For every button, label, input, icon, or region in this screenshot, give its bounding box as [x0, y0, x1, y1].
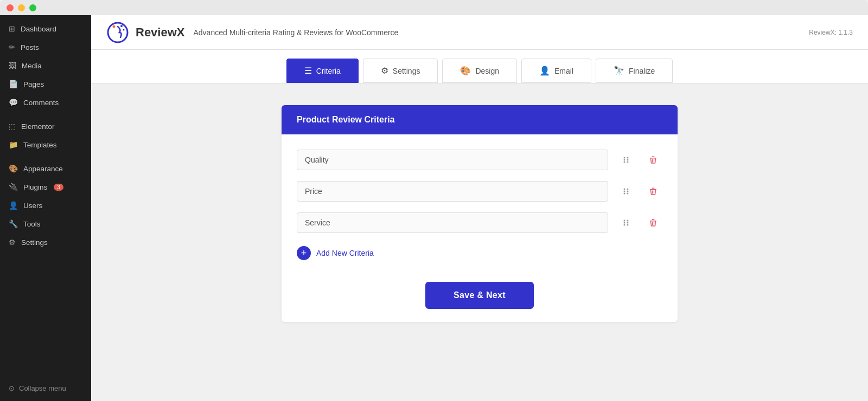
svg-point-29	[627, 224, 629, 226]
settings-tab-icon: ⚙	[381, 66, 388, 76]
brand-tagline: Advanced Multi-criteria Rating & Reviews…	[194, 28, 399, 37]
sidebar-label-users: Users	[23, 202, 42, 210]
finalize-tab-label: Finalize	[629, 67, 655, 75]
email-tab-label: Email	[554, 67, 573, 75]
sidebar-label-templates: Templates	[23, 141, 57, 149]
svg-point-17	[627, 191, 629, 192]
criteria-input-price[interactable]	[297, 181, 608, 202]
svg-point-19	[627, 193, 629, 195]
criteria-delete-price[interactable]	[644, 182, 662, 200]
tab-email[interactable]: 👤Email	[521, 59, 591, 83]
tab-finalize[interactable]: 🔭Finalize	[596, 59, 673, 83]
svg-point-0	[108, 23, 127, 42]
criteria-body: + Add New Criteria Save & Next	[282, 134, 678, 322]
svg-point-15	[627, 189, 629, 190]
sidebar-item-media[interactable]: 🖼Media	[0, 56, 91, 75]
sidebar-label-posts: Posts	[21, 43, 39, 51]
add-criteria-circle-icon: +	[297, 246, 311, 260]
tab-design[interactable]: 🎨Design	[442, 59, 517, 83]
plugins-badge: 3	[54, 184, 63, 191]
criteria-card-header: Product Review Criteria	[282, 105, 678, 134]
brand-name: ReviewX	[136, 25, 185, 40]
settings-tab-label: Settings	[393, 67, 420, 75]
app-wrapper: ⊞Dashboard✏Posts🖼Media📄Pages💬Comments⬚El…	[0, 15, 868, 401]
tab-criteria[interactable]: ☰Criteria	[286, 59, 359, 83]
design-tab-label: Design	[475, 67, 499, 75]
tab-settings[interactable]: ⚙Settings	[363, 59, 438, 83]
sidebar-label-media: Media	[22, 62, 42, 70]
add-criteria-button[interactable]: + Add New Criteria	[297, 244, 662, 262]
brand: ReviewX Advanced Multi-criteria Rating &…	[106, 21, 398, 44]
criteria-move-quality[interactable]	[617, 151, 635, 169]
appearance-icon: 🎨	[9, 164, 18, 173]
window-close-btn[interactable]	[7, 4, 14, 11]
svg-point-3	[123, 29, 125, 30]
elementor-icon: ⬚	[9, 122, 16, 131]
svg-rect-11	[652, 157, 655, 158]
criteria-input-service[interactable]	[297, 212, 608, 233]
sidebar-label-pages: Pages	[23, 80, 44, 88]
users-icon: 👤	[9, 201, 18, 210]
tools-icon: 🔧	[9, 219, 18, 228]
svg-point-26	[624, 222, 626, 224]
sidebar-item-plugins[interactable]: 🔌Plugins3	[0, 178, 91, 196]
svg-point-7	[627, 159, 629, 161]
email-tab-icon: 👤	[539, 66, 550, 76]
criteria-move-service[interactable]	[617, 214, 635, 232]
sidebar-item-settings[interactable]: ⚙Settings	[0, 233, 91, 251]
sidebar-item-users[interactable]: 👤Users	[0, 196, 91, 215]
save-next-area: Save & Next	[297, 282, 662, 309]
nav-tabs-bar: ☰Criteria⚙Settings🎨Design👤Email🔭Finalize	[91, 50, 868, 83]
design-tab-icon: 🎨	[460, 66, 471, 76]
criteria-delete-service[interactable]	[644, 214, 662, 232]
svg-point-28	[624, 224, 626, 226]
svg-point-27	[627, 222, 629, 224]
criteria-delete-quality[interactable]	[644, 151, 662, 169]
sidebar-item-pages[interactable]: 📄Pages	[0, 75, 91, 93]
svg-point-4	[624, 157, 626, 159]
sidebar-item-tools[interactable]: 🔧Tools	[0, 215, 91, 233]
window-maximize-btn[interactable]	[29, 4, 36, 11]
version-label: ReviewX: 1.1.3	[809, 29, 853, 36]
sidebar-label-plugins: Plugins	[23, 183, 47, 191]
sidebar-label-dashboard: Dashboard	[21, 25, 56, 33]
main-content: ReviewX Advanced Multi-criteria Rating &…	[91, 15, 868, 401]
sidebar: ⊞Dashboard✏Posts🖼Media📄Pages💬Comments⬚El…	[0, 15, 91, 401]
svg-point-25	[627, 220, 629, 222]
svg-point-1	[113, 25, 116, 28]
criteria-row	[297, 212, 662, 233]
window-minimize-btn[interactable]	[18, 4, 25, 11]
sidebar-item-dashboard[interactable]: ⊞Dashboard	[0, 20, 91, 38]
brand-logo	[106, 21, 129, 44]
templates-icon: 📁	[9, 140, 18, 149]
svg-point-14	[624, 189, 626, 190]
criteria-tab-label: Criteria	[316, 67, 341, 75]
top-header: ReviewX Advanced Multi-criteria Rating &…	[91, 15, 868, 50]
finalize-tab-icon: 🔭	[614, 66, 624, 76]
collapse-icon: ⊙	[9, 384, 15, 392]
svg-point-5	[627, 157, 629, 159]
save-next-button[interactable]: Save & Next	[425, 282, 534, 309]
sidebar-label-settings: Settings	[21, 238, 48, 247]
sidebar-item-comments[interactable]: 💬Comments	[0, 93, 91, 112]
sidebar-label-tools: Tools	[23, 220, 41, 228]
svg-point-2	[120, 25, 123, 27]
sidebar-item-elementor[interactable]: ⬚Elementor	[0, 117, 91, 135]
svg-point-6	[624, 159, 626, 161]
svg-point-24	[624, 220, 626, 222]
sidebar-label-comments: Comments	[23, 99, 59, 107]
svg-rect-21	[652, 188, 655, 189]
criteria-move-price[interactable]	[617, 182, 635, 200]
dashboard-icon: ⊞	[9, 24, 15, 33]
collapse-menu-btn[interactable]: ⊙ Collapse menu	[0, 379, 91, 401]
svg-point-8	[624, 161, 626, 163]
sidebar-item-posts[interactable]: ✏Posts	[0, 38, 91, 56]
sidebar-label-elementor: Elementor	[21, 122, 55, 131]
add-criteria-label: Add New Criteria	[316, 249, 374, 257]
sidebar-label-appearance: Appearance	[23, 165, 63, 173]
criteria-input-quality[interactable]	[297, 150, 608, 170]
sidebar-item-templates[interactable]: 📁Templates	[0, 135, 91, 154]
svg-point-9	[627, 161, 629, 163]
content-area: Product Review Criteria	[91, 83, 868, 401]
sidebar-item-appearance[interactable]: 🎨Appearance	[0, 159, 91, 178]
